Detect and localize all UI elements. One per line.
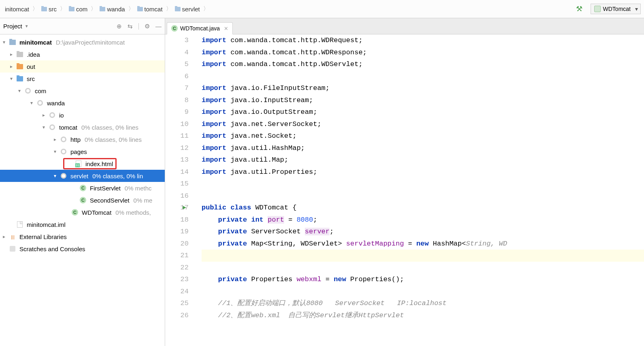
folder-icon [137,7,143,11]
code-line[interactable] [202,250,644,262]
gutter-line-number[interactable]: 19 [165,226,189,238]
package-icon [49,124,55,130]
settings-icon[interactable]: ⚙ [145,23,150,30]
run-config-selector[interactable]: WDTomcat [591,4,641,14]
gutter-line-number[interactable]: 22 [165,262,189,274]
breadcrumb-item[interactable]: initomcat〉 [3,5,40,13]
gutter-line-number[interactable]: 3 [165,34,189,47]
gutter-line-number[interactable]: 8 [165,94,189,107]
tree-item-tomcat[interactable]: tomcat 0% classes, 0% lines [0,121,165,133]
expand-all-icon[interactable]: ⇆ [128,23,133,30]
tab-title: WDTomcat.java [180,25,220,32]
breadcrumb-item[interactable]: wanda〉 [98,5,135,13]
folder-icon [41,7,47,11]
tree-root[interactable]: minitomcat D:\javaProject\minitomcat [0,36,165,48]
close-tab-icon[interactable]: ✕ [224,26,228,32]
gutter-line-number[interactable]: 4 [165,47,189,59]
tree-item-pages[interactable]: pages [0,145,165,158]
gutter-line-number[interactable]: 21 [165,250,189,262]
code-line[interactable] [202,178,644,190]
chevron-right-icon: 〉 [32,5,38,13]
tomcat-icon [594,6,601,12]
class-icon [72,209,78,216]
tree-item-index-html[interactable]: index.html [0,158,165,170]
tree-item-first-servlet[interactable]: FirstServlet 0% methc [0,182,165,194]
breadcrumb-item[interactable]: tomcat〉 [136,5,173,13]
project-panel-title[interactable]: Project ▼ [3,23,29,30]
code-line[interactable]: private Properties webxml = new Properti… [202,273,644,286]
tree-item-out[interactable]: out [0,60,165,73]
code-line[interactable]: import java.io.OutputStream; [202,106,644,118]
gutter-line-number[interactable]: 5 [165,58,189,70]
package-icon [61,137,66,142]
build-icon[interactable]: ⚒ [576,4,582,13]
gutter-line-number[interactable]: 16 [165,190,189,202]
code-line[interactable]: import java.util.Map; [202,154,644,166]
code-line[interactable]: //2、配置web.xml 自己写的Servlet继承HttpServlet [202,310,644,322]
tree-item-io[interactable]: io [0,109,165,121]
gutter-line-number[interactable]: 23 [165,273,189,286]
tree-item-idea[interactable]: .idea [0,48,165,60]
tree-item-wdtomcat[interactable]: WDTomcat 0% methods, [0,206,165,218]
code-line[interactable]: private ServerSocket server; [202,226,644,238]
tree-item-scratches[interactable]: Scratches and Consoles [0,243,165,255]
run-gutter-icon[interactable]: ▶ [183,202,186,214]
main-split: Project ▼ ⊕ ⇆ ⚙ — minitomcat D:\javaProj… [0,18,644,346]
editor-tab[interactable]: WDTomcat.java ✕ [167,22,233,34]
gutter-line-number[interactable]: 20 [165,238,189,250]
breadcrumb-item[interactable]: src〉 [40,5,67,13]
breadcrumb-item[interactable]: servlet〉 [173,5,210,13]
code-line[interactable]: private Map<String, WDServlet> servletMa… [202,238,644,250]
gutter-line-number[interactable]: 13 [165,154,189,166]
code-line[interactable]: import java.io.FileInputStream; [202,82,644,94]
gutter[interactable]: 34567891011121314151617▶1819202122232425… [165,34,202,346]
gutter-line-number[interactable]: 6 [165,70,189,83]
code-line[interactable] [202,190,644,202]
hide-icon[interactable]: — [155,23,162,30]
code-line[interactable]: import com.wanda.tomcat.http.WDServlet; [202,58,644,70]
chevron-right-icon: 〉 [166,5,172,13]
tree-item-src[interactable]: src [0,73,165,85]
file-icon [17,221,23,228]
code-line[interactable]: import com.wanda.tomcat.http.WDRequest; [202,34,644,47]
scratch-icon [10,246,15,252]
code-line[interactable]: public class WDTomcat { [202,202,644,214]
code-line[interactable]: private int port = 8080; [202,214,644,226]
tree-item-http[interactable]: http 0% classes, 0% lines [0,133,165,145]
code-line[interactable] [202,286,644,298]
project-tree[interactable]: minitomcat D:\javaProject\minitomcat .id… [0,34,165,346]
tree-item-servlet[interactable]: servlet 0% classes, 0% lin [0,170,165,182]
tree-item-wanda[interactable]: wanda [0,97,165,109]
code-line[interactable] [202,70,644,83]
select-opened-file-icon[interactable]: ⊕ [117,23,122,30]
gutter-line-number[interactable]: 25 [165,297,189,310]
gutter-line-number[interactable]: 9 [165,106,189,118]
tree-item-second-servlet[interactable]: SecondServlet 0% me [0,194,165,206]
breadcrumb-item[interactable]: com〉 [67,5,98,13]
gutter-line-number[interactable]: 15 [165,178,189,190]
gutter-line-number[interactable]: 18 [165,214,189,226]
gutter-line-number[interactable]: 10 [165,118,189,130]
code-line[interactable] [202,262,644,274]
code-line[interactable]: import java.net.Socket; [202,130,644,142]
gutter-line-number[interactable]: 17▶ [165,202,189,214]
package-icon [25,88,31,94]
gutter-line-number[interactable]: 11 [165,130,189,142]
gutter-line-number[interactable]: 12 [165,142,189,154]
code-line[interactable]: import java.net.ServerSocket; [202,118,644,130]
code-line[interactable]: import java.util.Properties; [202,166,644,178]
tree-item-iml[interactable]: minitomcat.iml [0,218,165,231]
code-line[interactable]: import com.wanda.tomcat.http.WDResponse; [202,47,644,59]
code-content[interactable]: import com.wanda.tomcat.http.WDRequest;i… [202,34,644,346]
code-line[interactable]: import java.io.InputStream; [202,94,644,107]
code-line[interactable]: //1、配置好启动端口，默认8080 ServerSocket IP:local… [202,297,644,310]
tree-item-external-libs[interactable]: ⫼ External Libraries [0,231,165,243]
gutter-line-number[interactable]: 14 [165,166,189,178]
code-editor[interactable]: 34567891011121314151617▶1819202122232425… [165,34,644,346]
tree-item-com[interactable]: com [0,85,165,97]
gutter-line-number[interactable]: 26 [165,310,189,322]
source-folder-icon [17,76,23,81]
gutter-line-number[interactable]: 24 [165,286,189,298]
gutter-line-number[interactable]: 7 [165,82,189,94]
code-line[interactable]: import java.util.HashMap; [202,142,644,154]
